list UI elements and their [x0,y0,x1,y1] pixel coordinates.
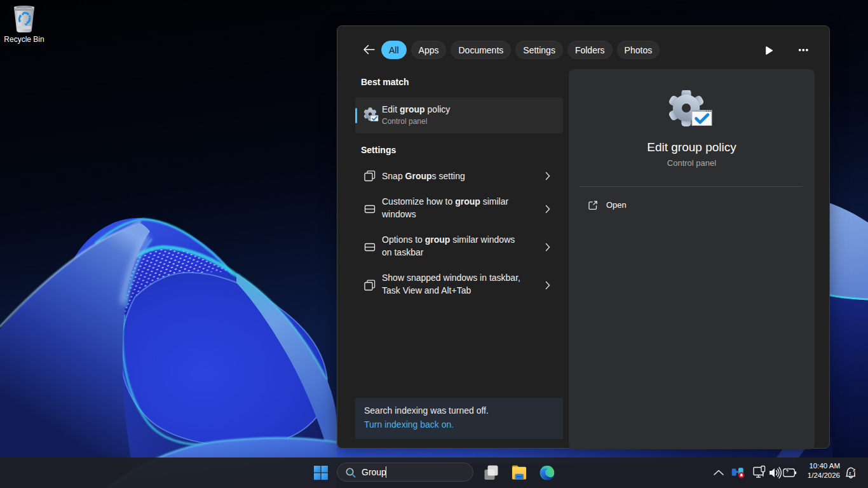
svg-text:z: z [853,467,855,473]
svg-text:z: z [849,471,851,475]
